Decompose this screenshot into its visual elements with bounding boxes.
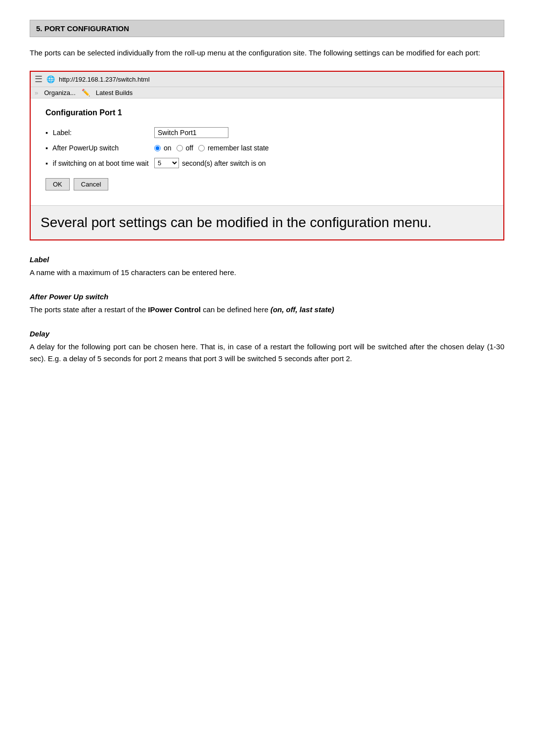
subsection-label-title: Label — [30, 255, 504, 264]
bookmark-organiza[interactable]: Organiza... — [44, 89, 76, 96]
subsection-delay-title: Delay — [30, 330, 504, 338]
powerup-body-middle: can be defined here — [201, 305, 270, 314]
subsection-powerup-body: The ports state after a restart of the I… — [30, 304, 504, 316]
powerup-radio-group: on off remember last state — [154, 144, 271, 152]
delay-select[interactable]: 5 1 2 3 4 10 15 20 30 — [154, 158, 179, 168]
powerup-label-text: ▪ After PowerUp switch — [45, 144, 154, 152]
ok-button[interactable]: OK — [45, 178, 70, 190]
section-title: 5. PORT CONFIGURATION — [30, 20, 504, 37]
bookmark-latest-builds[interactable]: Latest Builds — [96, 89, 133, 96]
powerup-body-prefix: The ports state after a restart of the — [30, 305, 148, 314]
browser-content: Configuration Port 1 ▪ Label: ▪ After Po… — [31, 98, 503, 205]
subsection-powerup: After Power Up switch The ports state af… — [30, 292, 504, 316]
browser-bookmarks-bar: » Organiza... ✏️ Latest Builds — [31, 87, 503, 98]
subsection-label: Label A name with a maximum of 15 charac… — [30, 255, 504, 279]
browser-favicon: 🌐 — [46, 75, 55, 83]
config-powerup-row: ▪ After PowerUp switch on off remember l… — [45, 144, 489, 152]
intro-paragraph: The ports can be selected individually f… — [30, 47, 504, 59]
bullet-delay: ▪ — [45, 159, 48, 167]
radio-on[interactable] — [154, 145, 161, 151]
config-label-text: ▪ Label: — [45, 129, 154, 137]
config-label-row: ▪ Label: — [45, 127, 489, 138]
bullet-label: ▪ — [45, 129, 48, 137]
subsection-delay: Delay A delay for the following port can… — [30, 330, 504, 365]
radio-last-state[interactable] — [198, 145, 205, 151]
bookmark-separator-left: » — [35, 89, 38, 96]
browser-screenshot: ☰ 🌐 http://192.168.1.237/switch.html » O… — [30, 71, 504, 240]
label-input[interactable] — [154, 127, 228, 138]
powerup-body-bold-italic: (on, off, last state) — [270, 305, 334, 314]
powerup-body-bold: IPower Control — [148, 305, 201, 314]
radio-on-label: on — [164, 144, 172, 152]
radio-off[interactable] — [177, 145, 183, 151]
delay-prefix: if switching on at boot time wait — [53, 159, 149, 167]
label-field-name: Label: — [53, 129, 72, 137]
config-button-row: OK Cancel — [45, 178, 489, 190]
delay-controls: 5 1 2 3 4 10 15 20 30 second(s) after sw… — [154, 158, 266, 168]
delay-suffix: second(s) after switch is on — [182, 159, 266, 167]
browser-toolbar: ☰ 🌐 http://192.168.1.237/switch.html — [31, 72, 503, 87]
browser-url: http://192.168.1.237/switch.html — [59, 76, 150, 83]
config-delay-row: ▪ if switching on at boot time wait 5 1 … — [45, 158, 489, 168]
browser-back-icon[interactable]: ☰ — [35, 74, 43, 85]
subsection-powerup-title: After Power Up switch — [30, 292, 504, 301]
radio-last-state-label: remember last state — [208, 144, 269, 152]
subsection-label-body: A name with a maximum of 15 characters c… — [30, 267, 504, 279]
bookmark-icon-builds: ✏️ — [82, 89, 90, 96]
radio-off-label: off — [186, 144, 193, 152]
caption-text: Several port settings can be modified in… — [41, 214, 493, 232]
caption-area: Several port settings can be modified in… — [31, 205, 503, 239]
config-port-title: Configuration Port 1 — [45, 108, 489, 117]
delay-label-text: ▪ if switching on at boot time wait — [45, 159, 154, 167]
bullet-powerup: ▪ — [45, 144, 48, 152]
cancel-button[interactable]: Cancel — [74, 178, 108, 190]
powerup-field-name: After PowerUp switch — [52, 144, 119, 152]
subsection-delay-body: A delay for the following port can be ch… — [30, 341, 504, 365]
